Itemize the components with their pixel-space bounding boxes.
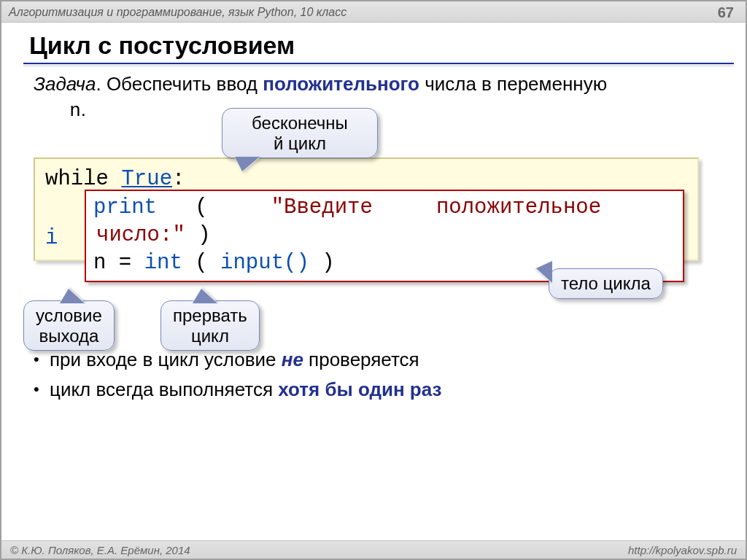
bullet2-bold: хотя бы один раз: [278, 378, 441, 400]
slide-body: Задача. Обеспечить ввод положительного ч…: [1, 64, 746, 401]
bullet1-pre: при входе в цикл условие: [50, 349, 282, 370]
header-bar: Алгоритмизация и программирование, язык …: [1, 1, 746, 23]
tok-input: input(): [220, 251, 309, 275]
tok-eq: =: [119, 251, 131, 275]
task-label: Задача: [34, 73, 96, 95]
tok-str2: положительное: [436, 194, 601, 222]
tok-print: print: [93, 194, 157, 222]
callout-infinite-loop: бесконечны й цикл: [222, 108, 378, 158]
tok-str1: "Введите: [271, 194, 373, 222]
kw-while: while: [45, 167, 109, 191]
slide-title: Цикл с постусловием: [29, 31, 746, 60]
callout-exit-cond-tail: [60, 288, 85, 303]
callout-infinite-loop-tail: [235, 158, 260, 172]
bullet-2: цикл всегда выполняется хотя бы один раз: [34, 378, 716, 401]
course-title: Алгоритмизация и программирование, язык …: [9, 6, 347, 19]
bullet2-pre: цикл всегда выполняется: [50, 378, 278, 400]
callout-break-loop: прервать цикл: [160, 300, 260, 351]
callout-loop-body-tail: [535, 261, 551, 283]
bullet1-em: не: [282, 349, 303, 370]
callout-loop-body: тело цикла: [549, 268, 663, 299]
task-var: n: [69, 100, 81, 122]
tok-int: int: [144, 251, 182, 275]
bullet1-post: проверяется: [303, 349, 419, 370]
bullet-1: при входе в цикл условие не проверяется: [34, 349, 716, 371]
tok-n: n: [93, 251, 106, 275]
task-post: числа в переменную: [419, 73, 607, 95]
inner-row-print: print ( "Введите положительное: [93, 194, 676, 222]
slide: Алгоритмизация и программирование, язык …: [0, 0, 747, 560]
callout-break-loop-tail: [193, 288, 217, 303]
page-number: 67: [718, 4, 734, 21]
tok-rpar: ): [198, 223, 210, 247]
task-pre: . Обеспечить ввод: [96, 73, 263, 95]
task-tail: .: [81, 98, 86, 120]
tok-lpar: (: [195, 194, 207, 222]
footer-right: http://kpolyakov.spb.ru: [628, 544, 737, 556]
code-block: while True: i print ( "Введите положител…: [34, 158, 699, 261]
task-bold: положительного: [263, 73, 419, 95]
footer-left: © К.Ю. Поляков, Е.А. Ерёмин, 2014: [10, 544, 190, 556]
inner-row-str2: число:" ): [93, 222, 676, 249]
callout-exit-cond: условие выхода: [23, 300, 115, 351]
kw-true: True: [121, 167, 172, 191]
tok-str-line2: число:": [96, 223, 185, 247]
footer-bar: © К.Ю. Поляков, Е.А. Ерёмин, 2014 http:/…: [1, 540, 746, 559]
bullet-list: при входе в цикл условие не проверяется …: [34, 349, 716, 401]
code-prefix-i: i: [45, 226, 58, 250]
code-colon: :: [172, 167, 185, 191]
